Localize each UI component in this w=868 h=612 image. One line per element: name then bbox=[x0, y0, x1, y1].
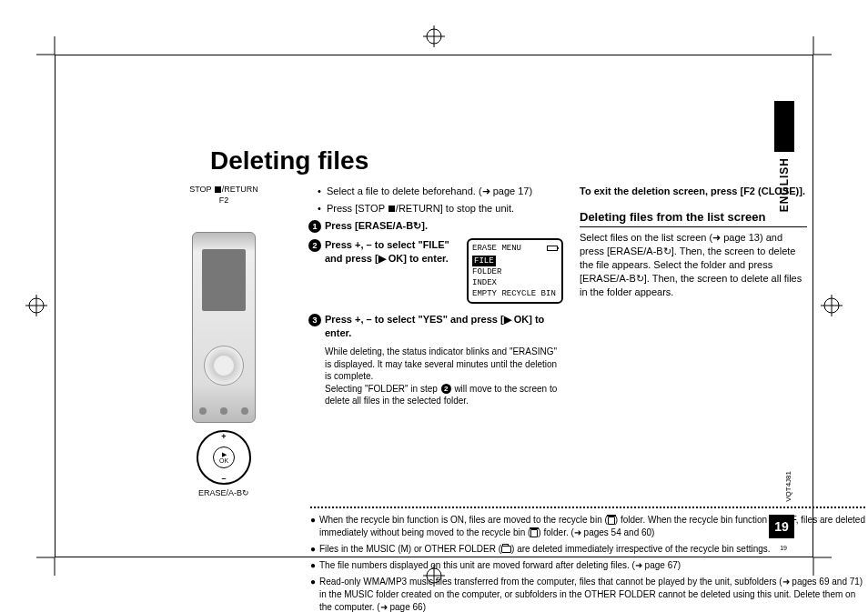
step-3: 3 Press +, – to select "YES" and press [… bbox=[308, 313, 563, 340]
right-column: To exit the deletion screen, press [F2 (… bbox=[580, 185, 807, 497]
folder-icon bbox=[501, 546, 511, 553]
list-screen-body: Select files on the list screen (➜ page … bbox=[580, 231, 807, 298]
step-1: 1 Press [ERASE/A-B↻]. bbox=[308, 219, 563, 233]
intro-bullet-2: Press [STOP /RETURN] to stop the unit. bbox=[318, 202, 563, 216]
control-pad: + ▶OK – bbox=[197, 430, 251, 485]
notes-section: ● When the recycle bin function is ON, f… bbox=[310, 514, 865, 612]
note-2: Files in the MUSIC (M) or OTHER FOLDER (… bbox=[319, 543, 771, 556]
step-3-explain-b: Selecting "FOLDER" in step 2 will move t… bbox=[308, 383, 563, 407]
label-erase-ab: ERASE/A-B↻ bbox=[156, 488, 292, 497]
trash-icon bbox=[608, 517, 615, 525]
erase-menu-screen: ERASE MENU FILE FOLDER INDEX EMPTY RECYC… bbox=[467, 238, 563, 305]
page-title: Deleting files bbox=[210, 146, 865, 176]
note-4: Read-only WMA/MP3 music files transferre… bbox=[319, 576, 865, 612]
trash-icon bbox=[530, 529, 538, 537]
exit-instruction: To exit the deletion screen, press [F2 (… bbox=[580, 185, 807, 198]
label-f2: F2 bbox=[156, 196, 292, 205]
intro-bullet-1: Select a file to delete beforehand. (➜ p… bbox=[318, 185, 563, 198]
device-column: STOP /RETURN F2 + ▶OK – ERASE/A-B↻ bbox=[156, 185, 292, 497]
stop-square-icon bbox=[215, 186, 221, 193]
note-3: The file numbers displayed on this unit … bbox=[319, 559, 681, 572]
device-wheel bbox=[204, 346, 244, 386]
label-stop-return: STOP /RETURN bbox=[156, 185, 292, 194]
step-3-explain-a: While deleting, the status indicator bli… bbox=[308, 346, 563, 383]
side-black-tab bbox=[774, 101, 794, 152]
stop-square-icon bbox=[389, 206, 395, 212]
device-screen bbox=[202, 249, 246, 311]
note-1: When the recycle bin function is ON, fil… bbox=[319, 514, 865, 539]
device-illustration bbox=[192, 232, 256, 423]
page-frame: ENGLISH VQT4J81 19 19 Deleting files STO… bbox=[55, 55, 813, 557]
dotted-separator bbox=[310, 507, 865, 508]
step-2: 2 ERASE MENU FILE FOLDER INDEX EMPTY REC… bbox=[308, 238, 563, 308]
battery-icon bbox=[547, 246, 558, 251]
instructions-column: Select a file to delete beforehand. (➜ p… bbox=[308, 185, 563, 497]
subheading-list-screen: Deleting files from the list screen bbox=[580, 209, 807, 228]
